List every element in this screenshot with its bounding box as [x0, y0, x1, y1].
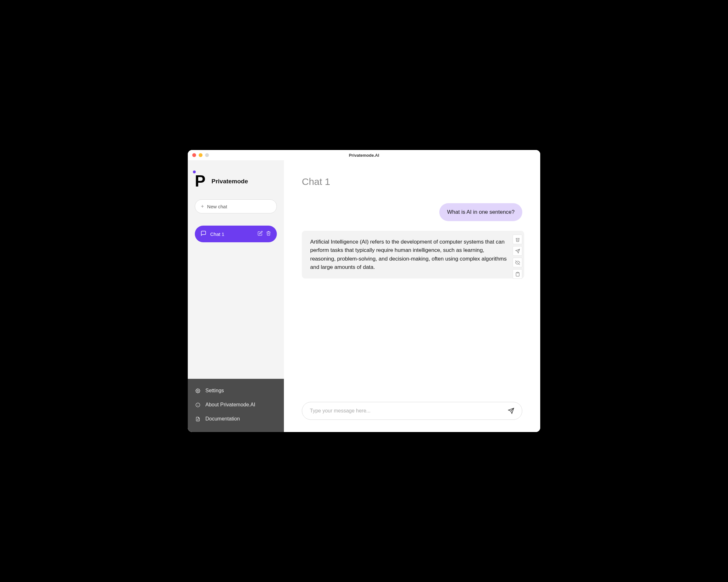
svg-point-0	[198, 390, 199, 391]
message-row-assistant: Artificial Intelligence (AI) refers to t…	[302, 231, 522, 279]
settings-label: Settings	[205, 388, 224, 394]
sidebar-upper: P Privatemode + New chat Chat 1	[188, 160, 284, 379]
chat-title: Chat 1	[302, 176, 522, 187]
message-actions	[513, 235, 522, 279]
logo-letter-icon: P	[195, 172, 205, 190]
sidebar-chat-item[interactable]: Chat 1	[195, 226, 277, 242]
main-panel: Chat 1 What is AI in one sentence? Artif…	[284, 160, 540, 432]
trash-icon	[515, 237, 520, 242]
sidebar-chat-label: Chat 1	[210, 231, 254, 237]
pencil-icon	[258, 231, 263, 236]
logo-dot-icon	[193, 171, 196, 173]
maximize-window-button[interactable]	[205, 153, 209, 157]
delete-chat-button[interactable]	[266, 231, 271, 237]
about-label: About Privatemode.AI	[205, 402, 255, 408]
trash-icon	[266, 231, 271, 236]
logo-mark: P	[195, 173, 209, 190]
settings-link[interactable]: Settings	[195, 385, 277, 397]
docs-label: Documentation	[205, 416, 240, 422]
gear-icon	[196, 388, 200, 393]
resend-message-button[interactable]	[513, 246, 522, 256]
eye-off-icon	[515, 260, 520, 265]
send-button[interactable]	[506, 406, 516, 416]
document-icon	[196, 416, 200, 422]
clipboard-icon	[515, 272, 520, 277]
user-message-bubble: What is AI in one sentence?	[439, 203, 522, 221]
assistant-message-bubble: Artificial Intelligence (AI) refers to t…	[302, 231, 524, 278]
composer	[284, 396, 540, 432]
window-controls	[192, 153, 209, 157]
info-icon	[196, 403, 200, 407]
delete-message-button[interactable]	[513, 235, 522, 244]
app-window: Privatemode.AI P Privatemode + New chat	[188, 150, 540, 432]
chat-header: Chat 1	[284, 160, 540, 191]
composer-box	[302, 402, 522, 420]
titlebar: Privatemode.AI	[188, 150, 540, 160]
sidebar-footer: Settings About Privatemode.AI Documentat…	[188, 379, 284, 432]
minimize-window-button[interactable]	[199, 153, 203, 157]
about-link[interactable]: About Privatemode.AI	[195, 399, 277, 411]
assistant-bubble-wrap: Artificial Intelligence (AI) refers to t…	[302, 231, 522, 279]
documentation-link[interactable]: Documentation	[195, 413, 277, 425]
window-title: Privatemode.AI	[188, 153, 540, 158]
message-input[interactable]	[310, 405, 501, 416]
hide-message-button[interactable]	[513, 258, 522, 267]
svg-rect-9	[517, 272, 518, 273]
copy-message-button[interactable]	[513, 269, 522, 279]
chat-list: Chat 1	[195, 226, 277, 242]
brand-logo: P Privatemode	[195, 173, 277, 190]
new-chat-button[interactable]: + New chat	[195, 199, 277, 213]
chat-item-actions	[258, 231, 271, 237]
content: P Privatemode + New chat Chat 1	[188, 160, 540, 432]
close-window-button[interactable]	[192, 153, 196, 157]
messages: What is AI in one sentence? Artificial I…	[284, 191, 540, 396]
sidebar: P Privatemode + New chat Chat 1	[188, 160, 284, 432]
new-chat-label: New chat	[207, 204, 227, 209]
edit-chat-button[interactable]	[258, 231, 263, 237]
send-icon	[508, 408, 514, 414]
message-row-user: What is AI in one sentence?	[302, 203, 522, 221]
paper-plane-icon	[515, 249, 520, 253]
plus-icon: +	[201, 203, 204, 209]
chat-bubble-icon	[201, 230, 206, 237]
brand-name: Privatemode	[211, 178, 248, 185]
